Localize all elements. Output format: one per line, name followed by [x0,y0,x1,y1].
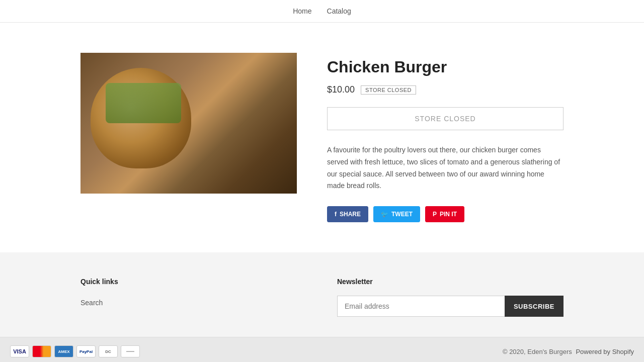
footer-main: Quick links Search Newsletter SUBSCRIBE [70,252,574,337]
nav-home[interactable]: Home [293,7,311,15]
subscribe-button[interactable]: SUBSCRIBE [505,296,564,317]
product-info: Chicken Burger $10.00 STORE CLOSED STORE… [327,53,564,222]
product-image [80,53,297,194]
product-title: Chicken Burger [327,58,564,76]
footer: Quick links Search Newsletter SUBSCRIBE … [0,252,644,362]
share-facebook-button[interactable]: f SHARE [327,206,368,222]
nav-catalog[interactable]: Catalog [327,7,351,15]
copyright-text: © 2020, Eden's Burgers [503,348,572,355]
product-description: A favourite for the poultry lovers out t… [327,144,564,192]
tweet-twitter-button[interactable]: 🐦 TWEET [373,206,420,222]
powered-by-link[interactable]: Powered by Shopify [576,348,634,355]
quick-links-col: Quick links Search [80,278,307,317]
footer-copyright: © 2020, Eden's Burgers Powered by Shopif… [503,348,634,355]
quick-links-heading: Quick links [80,278,307,286]
pin-pinterest-button[interactable]: P PIN IT [425,206,464,222]
price-row: $10.00 STORE CLOSED [327,84,564,95]
search-link[interactable]: Search [80,296,307,310]
pin-label: PIN IT [440,211,457,218]
tweet-label: TWEET [391,211,413,218]
email-input[interactable] [337,296,505,317]
footer-bottom: VISA AMEX PayPal DC — © 2020, Eden's Bur… [0,337,644,362]
paypal-icon: PayPal [76,345,96,357]
pinterest-icon: P [433,211,437,218]
newsletter-col: Newsletter SUBSCRIBE [337,278,564,317]
facebook-icon: f [335,211,337,218]
twitter-icon: 🐦 [381,211,388,218]
social-buttons: f SHARE 🐦 TWEET P PIN IT [327,206,564,222]
generic-payment-icon: — [121,345,140,357]
amex-icon: AMEX [54,345,73,357]
visa-icon: VISA [10,345,29,357]
product-price: $10.00 [327,84,355,95]
product-section: Chicken Burger $10.00 STORE CLOSED STORE… [70,53,574,222]
payment-icons: VISA AMEX PayPal DC — [10,345,140,357]
mastercard-icon [32,345,51,357]
share-label: SHARE [340,211,361,218]
main-nav: Home Catalog [0,0,644,23]
newsletter-heading: Newsletter [337,278,564,286]
newsletter-form: SUBSCRIBE [337,296,564,317]
store-closed-badge: STORE CLOSED [361,85,416,95]
store-closed-button: STORE CLOSED [327,107,564,130]
diners-icon: DC [99,345,118,357]
